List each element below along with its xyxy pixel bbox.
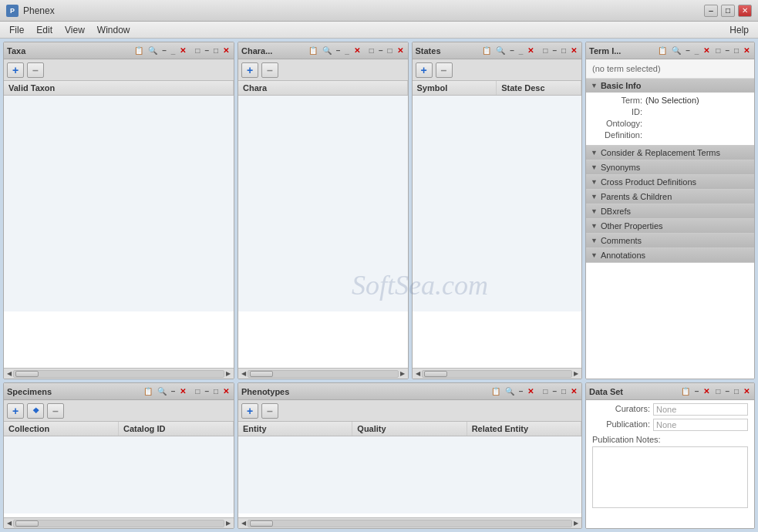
term-extra-icons[interactable]: □ – □ ✕: [714, 45, 751, 56]
chara-icon2[interactable]: 🔍: [321, 45, 333, 56]
term-extra1[interactable]: □: [714, 45, 722, 56]
dataset-extra1[interactable]: □: [714, 386, 722, 396]
dbxrefs-section[interactable]: ▼ DBxrefs: [586, 204, 754, 219]
term-icon2[interactable]: 🔍: [670, 45, 682, 56]
term-extra-close[interactable]: ✕: [742, 45, 751, 56]
specimens-remove-button[interactable]: –: [47, 403, 64, 419]
phenotypes-extra1[interactable]: □: [541, 386, 549, 396]
dataset-publication-input[interactable]: [653, 419, 748, 431]
states-scroll-left[interactable]: ◀: [414, 370, 422, 377]
specimens-extra-close[interactable]: ✕: [221, 386, 231, 396]
states-extra-icons[interactable]: □ – □ ✕: [541, 45, 578, 56]
states-scrollbar[interactable]: ◀ ▶: [413, 368, 582, 379]
states-extra1[interactable]: □: [541, 45, 549, 56]
states-scroll-thumb[interactable]: [424, 371, 447, 377]
menu-window[interactable]: Window: [91, 23, 136, 37]
taxa-extra-close[interactable]: ✕: [221, 45, 231, 56]
taxa-extra3[interactable]: □: [212, 45, 220, 56]
states-scroll-track[interactable]: [422, 370, 573, 378]
term-close[interactable]: ✕: [702, 45, 711, 56]
specimens-header-icons[interactable]: 📋 🔍 – ✕: [142, 386, 188, 396]
taxa-scroll-left[interactable]: ◀: [5, 370, 13, 377]
states-icon2[interactable]: 🔍: [494, 45, 507, 56]
maximize-button[interactable]: □: [721, 5, 735, 17]
dataset-icon1[interactable]: 📋: [679, 386, 692, 396]
taxa-remove-button[interactable]: –: [27, 62, 44, 78]
term-restore[interactable]: _: [693, 45, 701, 56]
basic-info-header[interactable]: ▼ Basic Info: [586, 79, 754, 93]
chara-extra-close[interactable]: ✕: [396, 45, 405, 56]
term-extra3[interactable]: □: [733, 45, 740, 56]
dataset-extra2[interactable]: –: [723, 386, 731, 396]
taxa-header-icons[interactable]: 📋 🔍 – _ ✕: [133, 45, 187, 56]
specimens-scroll-left[interactable]: ◀: [5, 520, 13, 527]
chara-restore[interactable]: _: [343, 45, 351, 56]
chara-scroll-right[interactable]: ▶: [399, 370, 406, 377]
chara-minimize[interactable]: –: [335, 45, 342, 56]
chara-extra3[interactable]: □: [386, 45, 393, 56]
characters-add-button[interactable]: +: [241, 62, 258, 78]
taxa-icon2[interactable]: 🔍: [147, 45, 159, 56]
phenotypes-close[interactable]: ✕: [526, 386, 535, 396]
term-info-header-icons[interactable]: 📋 🔍 – _ ✕: [656, 45, 711, 56]
phenotypes-header-icons[interactable]: 📋 🔍 – ✕: [490, 386, 536, 396]
specimens-extra-icons[interactable]: □ – □ ✕: [194, 386, 231, 396]
states-close[interactable]: ✕: [526, 45, 535, 56]
taxa-extra2[interactable]: –: [203, 45, 211, 56]
dataset-curators-input[interactable]: [653, 403, 748, 416]
term-icon1[interactable]: 📋: [656, 45, 669, 56]
taxa-minimize[interactable]: –: [160, 45, 168, 56]
taxa-icon1[interactable]: 📋: [133, 45, 145, 56]
specimens-scrollbar[interactable]: ◀ ▶: [4, 517, 234, 528]
chara-close[interactable]: ✕: [352, 45, 362, 56]
specimens-scroll-thumb[interactable]: [15, 520, 39, 527]
close-button[interactable]: ✕: [738, 5, 752, 17]
chara-scroll-track[interactable]: [248, 370, 399, 378]
specimens-add-button[interactable]: +: [7, 403, 24, 419]
taxa-scroll-track[interactable]: [13, 370, 224, 378]
parents-children-section[interactable]: ▼ Parents & Children: [586, 190, 754, 204]
dataset-extra-icons[interactable]: □ – □ ✕: [714, 386, 751, 396]
taxa-extra-icons[interactable]: □ – □ ✕: [194, 45, 231, 56]
phenotypes-extra-close[interactable]: ✕: [569, 386, 578, 396]
states-restore[interactable]: _: [517, 45, 525, 56]
dataset-header-icons[interactable]: 📋 – ✕: [679, 386, 712, 396]
phenotypes-scroll-left[interactable]: ◀: [240, 520, 248, 527]
phenotypes-scrollbar[interactable]: ◀ ▶: [238, 517, 581, 528]
states-extra-close[interactable]: ✕: [569, 45, 578, 56]
states-extra2[interactable]: –: [551, 45, 558, 56]
characters-remove-button[interactable]: –: [261, 62, 278, 78]
cross-product-section[interactable]: ▼ Cross Product Definitions: [586, 175, 754, 190]
taxa-scrollbar[interactable]: ◀ ▶: [4, 368, 234, 379]
states-add-button[interactable]: +: [416, 62, 433, 78]
phenotypes-extra2[interactable]: –: [551, 386, 558, 396]
phenotypes-remove-button[interactable]: –: [261, 403, 278, 419]
specimens-minimize[interactable]: –: [170, 386, 177, 396]
phenotypes-scroll-thumb[interactable]: [250, 520, 273, 527]
phenotypes-scroll-track[interactable]: [248, 520, 572, 527]
phenotypes-icon2[interactable]: 🔍: [504, 386, 516, 396]
comments-section[interactable]: ▼ Comments: [586, 234, 754, 248]
consider-replacement-section[interactable]: ▼ Consider & Replacement Terms: [586, 146, 754, 160]
taxa-extra1[interactable]: □: [194, 45, 201, 56]
taxa-add-button[interactable]: +: [7, 62, 24, 78]
taxa-restore[interactable]: _: [170, 45, 177, 56]
specimens-scroll-track[interactable]: [13, 520, 224, 527]
characters-header-icons[interactable]: 📋 🔍 – _ ✕: [307, 45, 362, 56]
term-minimize[interactable]: –: [684, 45, 692, 56]
specimens-extra1[interactable]: □: [194, 386, 201, 396]
specimens-extra3[interactable]: □: [212, 386, 220, 396]
specimens-scroll-right[interactable]: ▶: [224, 520, 232, 527]
taxa-scroll-right[interactable]: ▶: [224, 370, 232, 377]
states-remove-button[interactable]: –: [436, 62, 453, 78]
phenotypes-icon1[interactable]: 📋: [490, 386, 502, 396]
menu-file[interactable]: File: [3, 23, 30, 37]
specimens-extra2[interactable]: –: [203, 386, 211, 396]
dataset-minimize[interactable]: –: [693, 386, 701, 396]
chara-scroll-thumb[interactable]: [250, 371, 273, 377]
synonyms-section[interactable]: ▼ Synonyms: [586, 160, 754, 175]
window-controls[interactable]: – □ ✕: [704, 5, 752, 17]
phenotypes-extra-icons[interactable]: □ – □ ✕: [541, 386, 578, 396]
menu-edit[interactable]: Edit: [30, 23, 59, 37]
phenotypes-add-button[interactable]: +: [241, 403, 258, 419]
